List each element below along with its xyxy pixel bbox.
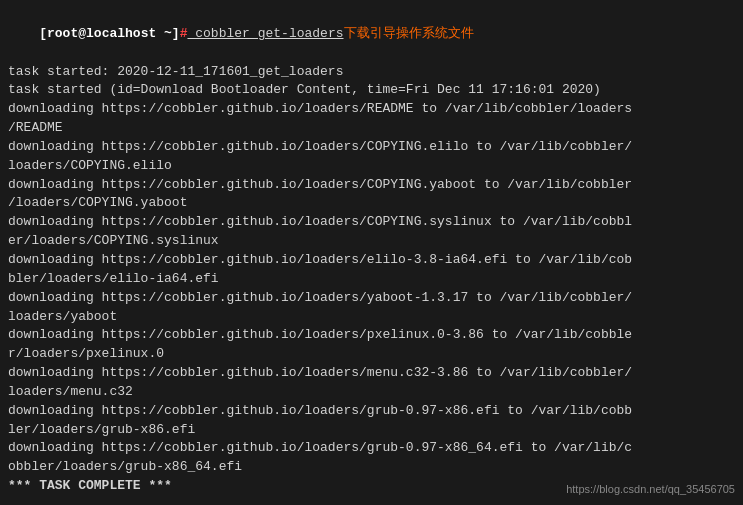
output-line-3: downloading https://cobbler.github.io/lo… — [8, 100, 735, 119]
output-line-21: downloading https://cobbler.github.io/lo… — [8, 439, 735, 458]
output-line-16: r/loaders/pxelinux.0 — [8, 345, 735, 364]
output-line-8: /loaders/COPYING.yaboot — [8, 194, 735, 213]
prompt-user: [root@localhost ~] — [39, 26, 179, 41]
output-line-2: task started (id=Download Bootloader Con… — [8, 81, 735, 100]
terminal-window: [root@localhost ~]# cobbler get-loaders下… — [0, 0, 743, 505]
watermark: https://blog.csdn.net/qq_35456705 — [566, 483, 735, 495]
output-line-7: downloading https://cobbler.github.io/lo… — [8, 176, 735, 195]
output-line-6: loaders/COPYING.elilo — [8, 157, 735, 176]
output-line-1: task started: 2020-12-11_171601_get_load… — [8, 63, 735, 82]
command-annotation: 下载引导操作系统文件 — [344, 26, 474, 41]
output-line-17: downloading https://cobbler.github.io/lo… — [8, 364, 735, 383]
output-line-18: loaders/menu.c32 — [8, 383, 735, 402]
output-line-12: bler/loaders/elilo-ia64.efi — [8, 270, 735, 289]
output-line-22: obbler/loaders/grub-x86_64.efi — [8, 458, 735, 477]
command-line: [root@localhost ~]# cobbler get-loaders下… — [8, 6, 735, 63]
output-line-14: loaders/yaboot — [8, 308, 735, 327]
final-prompt-line[interactable]: [root@localhost ~]# — [8, 496, 735, 505]
output-line-9: downloading https://cobbler.github.io/lo… — [8, 213, 735, 232]
output-line-5: downloading https://cobbler.github.io/lo… — [8, 138, 735, 157]
output-line-19: downloading https://cobbler.github.io/lo… — [8, 402, 735, 421]
output-line-15: downloading https://cobbler.github.io/lo… — [8, 326, 735, 345]
output-line-11: downloading https://cobbler.github.io/lo… — [8, 251, 735, 270]
output-line-4: /README — [8, 119, 735, 138]
output-line-13: downloading https://cobbler.github.io/lo… — [8, 289, 735, 308]
output-line-20: ler/loaders/grub-x86.efi — [8, 421, 735, 440]
output-line-10: er/loaders/COPYING.syslinux — [8, 232, 735, 251]
command-cobbler: cobbler get-loaders — [187, 26, 343, 41]
